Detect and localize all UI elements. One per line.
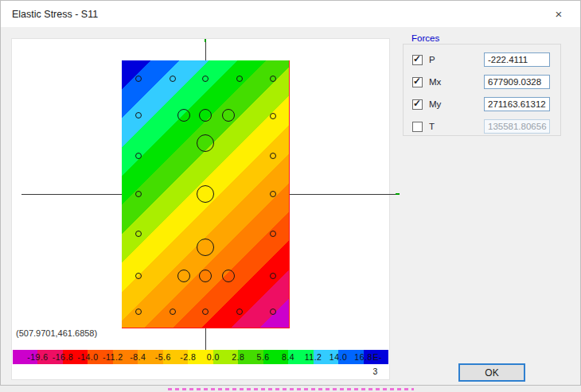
- rebar-circle: [170, 309, 176, 315]
- rebar-circle: [135, 231, 142, 237]
- rebar-circle: [135, 76, 142, 82]
- p-label: P: [429, 55, 435, 64]
- force-row-t: T: [403, 115, 561, 138]
- forces-rows: ✓P✓Mx✓MyT: [403, 49, 561, 138]
- rebar-circle: [222, 109, 235, 122]
- rebar-circle: [270, 191, 276, 197]
- rebar-circle: [197, 185, 214, 203]
- my-checkbox[interactable]: ✓: [412, 99, 423, 110]
- p-value-input[interactable]: [484, 52, 550, 67]
- rebar-circle: [199, 270, 212, 282]
- rebar-circle: [197, 239, 214, 256]
- selection-dashes: [168, 388, 414, 390]
- my-value-input[interactable]: [484, 97, 550, 111]
- color-scale-tick-label: 11.2: [305, 350, 322, 364]
- mx-value-input[interactable]: [484, 75, 550, 89]
- t-label: T: [429, 122, 435, 131]
- rebar-circle: [270, 76, 276, 82]
- rebar-circle: [135, 191, 142, 197]
- rebar-circle: [270, 153, 276, 159]
- check-icon: ✓: [413, 53, 421, 64]
- t-checkbox[interactable]: [412, 122, 423, 132]
- ok-button[interactable]: OK: [458, 363, 525, 382]
- force-row-mx: ✓Mx: [403, 71, 561, 93]
- rebar-circle: [199, 109, 212, 122]
- rebar-circle: [177, 270, 190, 282]
- rebar-circle: [202, 76, 209, 82]
- title-bar: Elastic Stress - S11 ×: [1, 1, 580, 27]
- rebar-circle: [270, 309, 276, 315]
- horizontal-axis-end-marker: [396, 193, 400, 195]
- color-scale-tick-label: -11.2: [103, 350, 123, 364]
- color-scale-exponent-label: E-3: [373, 350, 384, 364]
- force-row-my: ✓My: [403, 93, 561, 115]
- color-scale-tick-label: 2.8: [232, 350, 244, 364]
- rebar-circle: [222, 270, 235, 282]
- rebar-circle: [170, 76, 176, 82]
- rebar-circle: [135, 153, 142, 159]
- mx-checkbox[interactable]: ✓: [412, 77, 423, 87]
- color-scale-tick-label: -2.8: [180, 350, 196, 364]
- rebar-circle: [135, 112, 142, 118]
- rebar-circle: [270, 113, 276, 119]
- color-scale-tick-label: -14.0: [77, 350, 98, 364]
- rebar-circle: [202, 309, 209, 315]
- rebar-circle: [177, 109, 190, 122]
- color-scale-tick-label: 14.0: [329, 350, 347, 364]
- force-row-p: ✓P: [403, 49, 561, 71]
- t-value-input: [484, 119, 550, 134]
- my-label: My: [429, 99, 441, 109]
- rebar-circle: [270, 231, 276, 237]
- color-scale-tick-label: 5.6: [257, 350, 270, 364]
- color-scale-tick-label: -8.4: [130, 350, 146, 364]
- vertical-axis-end-marker: [205, 39, 206, 42]
- check-icon: ✓: [413, 76, 421, 87]
- rebar-circle: [236, 76, 243, 82]
- color-scale-tick-label: -5.6: [155, 350, 171, 364]
- rebar-circle: [135, 273, 142, 279]
- p-checkbox[interactable]: ✓: [412, 55, 423, 65]
- forces-group-legend: Forces: [408, 33, 443, 43]
- background-strip: [0, 386, 581, 392]
- close-icon[interactable]: ×: [544, 1, 574, 27]
- dialog-title: Elastic Stress - S11: [12, 9, 98, 20]
- elastic-stress-dialog: Elastic Stress - S11 × (507.9701,461.685…: [0, 0, 581, 386]
- rebar-circle: [236, 309, 243, 315]
- check-icon: ✓: [413, 98, 421, 109]
- color-scale-tick-label: -16.8: [53, 350, 73, 364]
- mx-label: Mx: [429, 77, 441, 87]
- rebar-circle: [270, 273, 276, 279]
- color-scale-tick-label: 16.8: [354, 350, 372, 364]
- rebar-circle: [135, 309, 142, 315]
- color-scale-tick-label: 8.4: [282, 350, 294, 364]
- stress-plot-panel: (507.9701,461.6858) -19.6-16.8-14.0-11.2…: [11, 38, 390, 380]
- rebar-circle: [197, 134, 214, 152]
- color-scale-tick-label: 0.0: [207, 350, 220, 364]
- cursor-coordinate-label: (507.9701,461.6858): [16, 328, 97, 338]
- color-scale-tick-label: -19.6: [27, 350, 48, 364]
